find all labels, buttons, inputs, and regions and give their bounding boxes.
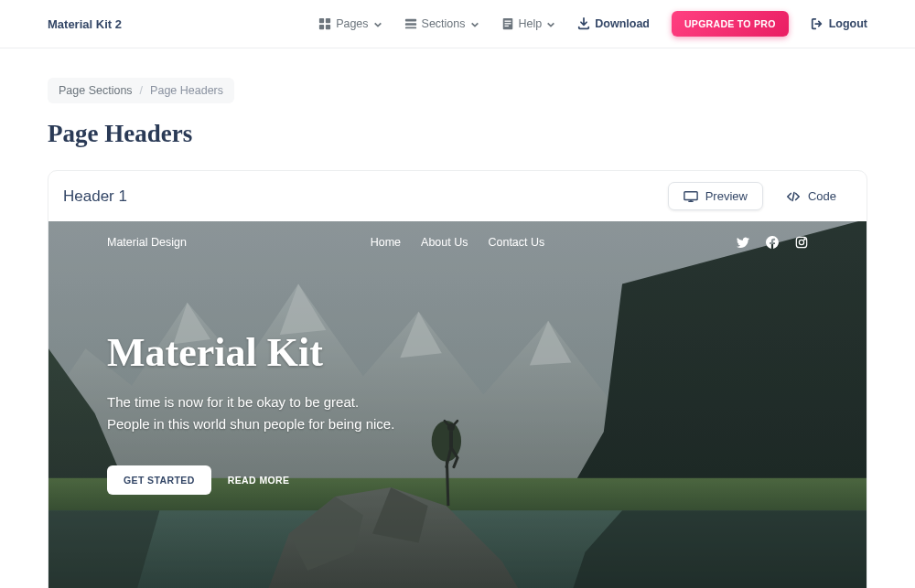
hero-title: Material Kit	[107, 331, 400, 375]
svg-rect-1	[326, 18, 330, 23]
nav-pages[interactable]: Pages	[318, 17, 382, 30]
view-day-icon	[404, 17, 417, 30]
hero-preview: Material Design Home About Us Contact Us	[48, 221, 867, 588]
hero-subtitle: The time is now for it be okay to be gre…	[107, 391, 400, 434]
article-icon	[501, 17, 514, 30]
hero-main: Material Kit The time is now for it be o…	[107, 331, 400, 495]
chevron-down-icon	[373, 19, 382, 28]
nav-sections-label: Sections	[422, 17, 466, 30]
nav-logout-label: Logout	[829, 17, 867, 30]
hero-link-contact[interactable]: Contact Us	[488, 236, 544, 249]
hero-brand[interactable]: Material Design	[107, 236, 187, 249]
nav-sections[interactable]: Sections	[404, 17, 479, 30]
nav-download[interactable]: Download	[577, 17, 650, 30]
read-more-button[interactable]: READ MORE	[228, 475, 290, 486]
chevron-down-icon	[546, 19, 555, 28]
hero-social-links	[737, 236, 808, 249]
nav-help[interactable]: Help	[501, 17, 556, 30]
get-started-button[interactable]: GET STARTED	[107, 465, 211, 495]
svg-rect-10	[504, 26, 508, 27]
nav-download-label: Download	[595, 17, 650, 30]
card-title: Header 1	[63, 187, 127, 206]
code-toggle-button[interactable]: Code	[770, 182, 852, 210]
preview-toggle-label: Preview	[705, 189, 748, 203]
preview-toggle-button[interactable]: Preview	[668, 182, 763, 210]
hero-actions: GET STARTED READ MORE	[107, 465, 400, 495]
svg-rect-8	[504, 21, 511, 22]
breadcrumb: Page Sections / Page Headers	[48, 78, 234, 103]
svg-rect-6	[404, 27, 415, 29]
card-header: Header 1 Preview Code	[48, 171, 867, 221]
chevron-down-icon	[470, 19, 479, 28]
svg-point-20	[804, 239, 805, 240]
hero-nav-links: Home About Us Contact Us	[371, 236, 545, 249]
svg-point-19	[799, 240, 803, 244]
svg-rect-4	[404, 19, 415, 22]
header-card: Header 1 Preview Code	[48, 170, 867, 588]
hero-link-about[interactable]: About Us	[421, 236, 468, 249]
hero-navbar: Material Design Home About Us Contact Us	[107, 221, 808, 249]
brand[interactable]: Material Kit 2	[48, 17, 122, 31]
view-toggle-group: Preview Code	[668, 182, 852, 210]
download-icon	[577, 17, 590, 30]
svg-rect-0	[319, 18, 324, 23]
page-title: Page Headers	[48, 120, 867, 148]
svg-rect-3	[326, 25, 330, 29]
svg-rect-2	[319, 25, 324, 29]
desktop-icon	[684, 190, 698, 203]
breadcrumb-parent[interactable]: Page Sections	[59, 84, 133, 97]
nav-pages-label: Pages	[336, 17, 368, 30]
instagram-icon[interactable]	[795, 236, 808, 249]
top-navbar-right: Pages Sections Help	[318, 11, 867, 37]
hero-link-home[interactable]: Home	[371, 236, 401, 249]
nav-logout[interactable]: Logout	[811, 17, 867, 30]
code-toggle-label: Code	[808, 189, 836, 203]
top-navbar: Material Kit 2 Pages Sections Help	[0, 0, 915, 48]
page-container: Page Sections / Page Headers Page Header…	[48, 48, 867, 588]
facebook-icon[interactable]	[766, 236, 779, 249]
nav-help-label: Help	[519, 17, 543, 30]
hero-content: Material Design Home About Us Contact Us	[48, 221, 867, 588]
svg-rect-11	[684, 191, 697, 199]
upgrade-button[interactable]: UPGRADE TO PRO	[672, 11, 789, 37]
svg-rect-9	[504, 23, 511, 24]
twitter-icon[interactable]	[737, 236, 749, 249]
dashboard-icon	[318, 17, 331, 30]
breadcrumb-current: Page Headers	[150, 84, 223, 97]
code-icon	[786, 190, 801, 203]
svg-rect-5	[404, 23, 415, 26]
logout-icon	[811, 17, 824, 30]
breadcrumb-separator: /	[140, 84, 143, 97]
